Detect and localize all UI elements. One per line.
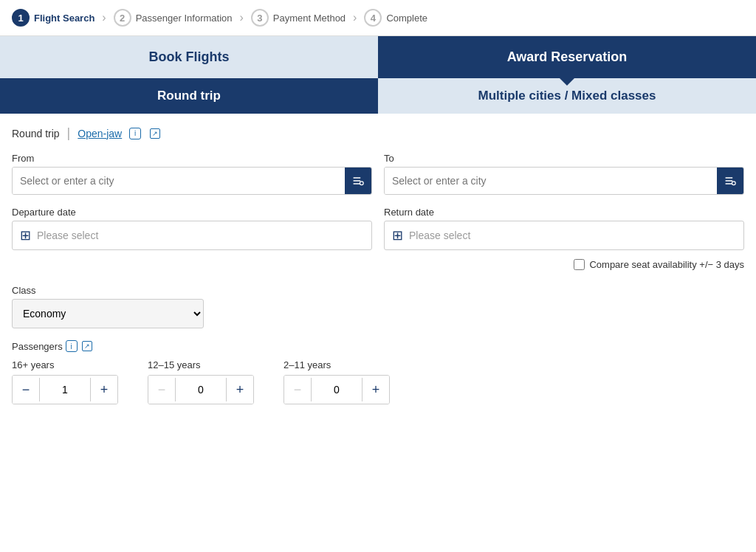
step-arrow-3: › [353, 11, 357, 24]
step-1-label: Flight Search [34, 13, 94, 24]
step-3: 3 Payment Method [251, 9, 346, 27]
youth-stepper: − + [148, 375, 254, 404]
adult-increase-button[interactable]: + [91, 376, 117, 404]
step-arrow-1: › [102, 11, 106, 24]
to-input-wrapper [384, 167, 744, 195]
passenger-groups: 16+ years − + 12–15 years − + 2–11 years [12, 359, 744, 404]
tab-award-reservation[interactable]: Award Reservation [378, 36, 756, 78]
child-increase-button[interactable]: + [362, 376, 389, 404]
separator: | [67, 125, 71, 141]
adult-decrease-button[interactable]: − [13, 376, 39, 404]
main-tabs: Book Flights Award Reservation [0, 36, 756, 78]
youth-increase-button[interactable]: + [227, 376, 253, 404]
departure-label: Departure date [12, 207, 372, 218]
to-search-button[interactable] [717, 168, 743, 194]
to-label: To [384, 153, 744, 164]
step-3-number: 3 [251, 9, 269, 27]
return-label: Return date [384, 207, 744, 218]
city-row: From To [12, 153, 744, 195]
adult-value-input[interactable] [39, 378, 91, 401]
departure-date-input[interactable]: ⊞ Please select [12, 221, 372, 250]
youth-decrease-button[interactable]: − [148, 376, 175, 404]
return-calendar-icon: ⊞ [392, 227, 403, 244]
step-4-label: Complete [386, 13, 427, 24]
from-label: From [12, 153, 372, 164]
passengers-label: Passengers i ↗ [12, 340, 744, 352]
child-decrease-button[interactable]: − [284, 376, 311, 404]
child-stepper: − + [284, 375, 390, 404]
compare-row: Compare seat availability +/− 3 days [12, 259, 744, 270]
passenger-group-adult: 16+ years − + [12, 359, 118, 404]
return-date-placeholder: Please select [409, 230, 470, 241]
to-field-group: To [384, 153, 744, 195]
departure-field-group: Departure date ⊞ Please select [12, 207, 372, 250]
step-2-number: 2 [114, 9, 131, 27]
step-2-label: Passenger Information [136, 13, 233, 24]
return-date-input[interactable]: ⊞ Please select [384, 221, 744, 250]
form-area: Round trip | Open-jaw i ↗ From T [0, 114, 756, 422]
class-select[interactable]: Economy Business First [12, 299, 204, 328]
departure-date-placeholder: Please select [37, 230, 98, 241]
step-1: 1 Flight Search [12, 9, 94, 27]
adult-age-label: 16+ years [12, 359, 118, 370]
external-link-icon[interactable]: ↗ [150, 128, 160, 139]
child-age-label: 2–11 years [284, 359, 390, 370]
step-arrow-2: › [239, 11, 243, 24]
to-input[interactable] [385, 168, 717, 194]
passenger-group-child: 2–11 years − + [284, 359, 390, 404]
step-1-number: 1 [12, 9, 30, 27]
tab-book-flights[interactable]: Book Flights [0, 36, 378, 78]
child-value-input[interactable] [311, 378, 362, 401]
youth-value-input[interactable] [175, 378, 227, 401]
round-trip-label: Round trip [12, 128, 60, 139]
from-search-button[interactable] [345, 168, 371, 194]
youth-age-label: 12–15 years [148, 359, 254, 370]
passengers-external-icon[interactable]: ↗ [82, 341, 92, 351]
step-3-label: Payment Method [273, 13, 346, 24]
passengers-info-icon[interactable]: i [66, 340, 78, 352]
passengers-section: Passengers i ↗ 16+ years − + 12–15 years… [12, 340, 744, 404]
step-4: 4 Complete [364, 9, 427, 27]
info-icon[interactable]: i [129, 128, 141, 139]
from-input-wrapper [12, 167, 372, 195]
trip-type-row: Round trip | Open-jaw i ↗ [12, 125, 744, 141]
sub-tabs: Round trip Multiple cities / Mixed class… [0, 78, 756, 114]
compare-label[interactable]: Compare seat availability +/− 3 days [589, 259, 744, 270]
departure-calendar-icon: ⊞ [20, 227, 31, 244]
date-row: Departure date ⊞ Please select Return da… [12, 207, 744, 250]
class-label: Class [12, 285, 744, 296]
passenger-group-youth: 12–15 years − + [148, 359, 254, 404]
tab-round-trip[interactable]: Round trip [0, 78, 378, 114]
step-4-number: 4 [364, 9, 382, 27]
compare-checkbox[interactable] [574, 259, 585, 270]
open-jaw-link[interactable]: Open-jaw [78, 128, 122, 139]
return-field-group: Return date ⊞ Please select [384, 207, 744, 250]
adult-stepper: − + [12, 375, 118, 404]
progress-bar: 1 Flight Search › 2 Passenger Informatio… [0, 0, 756, 36]
step-2: 2 Passenger Information [114, 9, 233, 27]
class-section: Class Economy Business First [12, 285, 744, 328]
from-input[interactable] [13, 168, 345, 194]
from-field-group: From [12, 153, 372, 195]
